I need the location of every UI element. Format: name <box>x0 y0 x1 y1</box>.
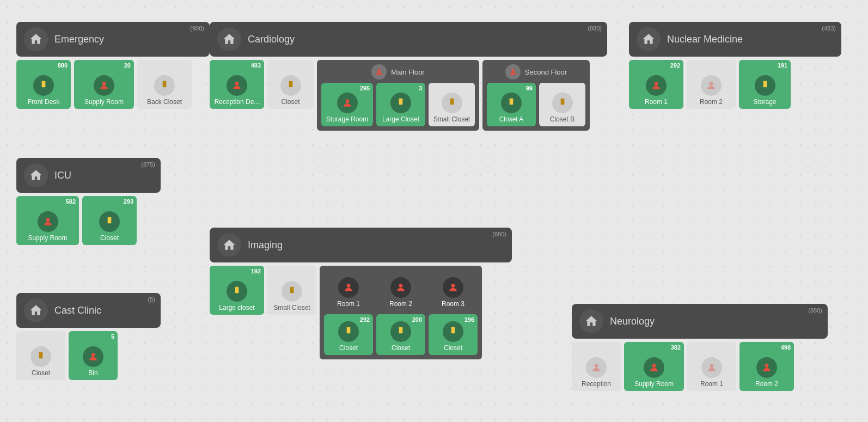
room-neu-room1[interactable]: Room 1 <box>687 342 736 391</box>
svg-rect-10 <box>399 98 403 105</box>
svg-point-32 <box>451 284 455 288</box>
neurology-dept-code: (880) <box>808 307 822 314</box>
reception-cardi-label: Reception De... <box>215 98 260 106</box>
svg-point-8 <box>378 69 381 72</box>
svg-point-42 <box>595 364 598 368</box>
dept-cardiology-header[interactable]: Cardiology (880) <box>210 22 607 57</box>
cardiology-dept-code: (880) <box>588 25 602 32</box>
room-cc-closet[interactable]: Closet <box>16 331 65 380</box>
room-neu-room2[interactable]: 498 Room 2 <box>739 342 794 391</box>
room-img-room2[interactable]: Room 2 <box>376 270 425 311</box>
svg-rect-28 <box>290 286 294 293</box>
icu-rooms: 582 Supply Room 293 Closet <box>16 196 161 245</box>
room-closet-b[interactable]: Closet B <box>539 83 585 126</box>
front-desk-count: 880 <box>58 62 68 69</box>
icu-dept-code: (875) <box>141 161 155 168</box>
room-nm-room2[interactable]: Room 2 <box>687 60 736 109</box>
back-closet-label: Back Closet <box>147 98 182 106</box>
main-floor-rooms: 295 Storage Room 3 Large Closet <box>321 83 475 126</box>
room-img-small-closet[interactable]: Small Closet <box>267 266 316 315</box>
room-img-closet2[interactable]: 200 Closet <box>376 314 425 355</box>
cast-clinic-dept-code: (5) <box>148 296 155 303</box>
supply-emergency-count: 20 <box>124 62 131 69</box>
svg-point-44 <box>710 364 714 368</box>
imaging-rooms-panel: Room 1 Room 2 Room 3 <box>320 266 482 359</box>
dept-cast-clinic: Cast Clinic (5) Closet 5 Bin <box>16 293 161 380</box>
imaging-dept-name: Imaging <box>248 240 283 251</box>
room-supply-emergency[interactable]: 20 Supply Room <box>74 60 134 109</box>
supply-emergency-icon <box>94 75 114 96</box>
room-icu-closet[interactable]: 293 Closet <box>82 196 137 245</box>
svg-point-30 <box>347 284 351 288</box>
svg-point-23 <box>46 218 50 222</box>
dept-neurology-header[interactable]: Neurology (880) <box>572 304 828 339</box>
room-storage-main[interactable]: 295 Storage Room <box>321 83 373 126</box>
back-closet-icon <box>154 75 175 96</box>
svg-rect-33 <box>347 327 351 333</box>
room-reception-cardi[interactable]: 483 Reception De... <box>210 60 264 109</box>
second-floor-panel: Second Floor 99 Closet A Closet <box>482 60 590 131</box>
svg-point-2 <box>102 82 106 85</box>
dept-cast-clinic-header[interactable]: Cast Clinic (5) <box>16 293 161 328</box>
svg-rect-36 <box>400 329 401 330</box>
svg-rect-3 <box>163 81 167 87</box>
room-icu-supply[interactable]: 582 Supply Room <box>16 196 79 245</box>
svg-rect-39 <box>39 352 43 358</box>
neurology-dept-icon <box>579 309 603 333</box>
svg-rect-35 <box>399 327 403 333</box>
imaging-dept-icon <box>217 233 241 257</box>
cast-clinic-dept-name: Cast Clinic <box>54 305 101 316</box>
svg-point-45 <box>765 364 769 368</box>
cardiology-dept-name: Cardiology <box>248 34 295 45</box>
svg-point-20 <box>710 82 713 85</box>
svg-rect-24 <box>108 217 112 223</box>
room-large-closet-main[interactable]: 3 Large Closet <box>376 83 425 126</box>
nuclear-rooms: 292 Room 1 Room 2 191 Storage <box>629 60 841 109</box>
dept-imaging-header[interactable]: Imaging (880) <box>210 228 512 262</box>
room-small-closet-main[interactable]: Small Closet <box>429 83 475 126</box>
room-nm-room1[interactable]: 292 Room 1 <box>629 60 683 109</box>
dashboard: Emergency (900) 880 Front Desk 20 Supply… <box>0 0 868 422</box>
svg-rect-40 <box>40 354 41 355</box>
emergency-dept-name: Emergency <box>54 34 104 45</box>
emergency-dept-icon <box>24 27 48 51</box>
room-img-closet1[interactable]: 292 Closet <box>324 314 373 355</box>
room-back-closet[interactable]: Back Closet <box>137 60 192 109</box>
svg-rect-18 <box>561 100 563 101</box>
room-nm-storage[interactable]: 191 Storage <box>739 60 791 109</box>
imaging-dept-code: (880) <box>492 231 506 237</box>
room-neu-reception[interactable]: Reception <box>572 342 621 391</box>
room-img-room3[interactable]: Room 3 <box>429 270 478 311</box>
room-img-closet3[interactable]: 196 Closet <box>429 314 478 355</box>
svg-rect-1 <box>42 83 44 84</box>
room-front-desk[interactable]: 880 Front Desk <box>16 60 71 109</box>
second-floor-header: Second Floor <box>487 64 585 79</box>
svg-rect-0 <box>42 81 46 87</box>
room-img-large-closet[interactable]: 192 Large closet <box>210 266 264 315</box>
svg-rect-6 <box>289 81 292 87</box>
svg-rect-4 <box>163 83 165 84</box>
dept-nuclear-header[interactable]: Nuclear Medicine (483) <box>629 22 841 57</box>
dept-nuclear-medicine: Nuclear Medicine (483) 292 Room 1 Room 2… <box>629 22 841 109</box>
room-closet-cardi[interactable]: Closet <box>267 60 314 109</box>
cardiology-dept-icon <box>217 27 241 51</box>
room-neu-supply[interactable]: 382 Supply Room <box>624 342 684 391</box>
main-floor-header: Main Floor <box>321 64 475 79</box>
nuclear-dept-code: (483) <box>822 25 836 32</box>
front-desk-icon <box>33 75 54 96</box>
dept-cardiology: Cardiology (880) 483 Reception De... Clo… <box>210 22 607 131</box>
svg-rect-7 <box>290 83 291 84</box>
svg-rect-11 <box>400 100 401 101</box>
dept-imaging: Imaging (880) 192 Large closet Small Clo… <box>210 228 512 359</box>
svg-rect-34 <box>347 329 349 330</box>
imaging-rooms-row: Room 1 Room 2 Room 3 <box>324 270 478 311</box>
room-img-room1[interactable]: Room 1 <box>324 270 373 311</box>
dept-emergency-header[interactable]: Emergency (900) <box>16 22 210 57</box>
svg-rect-29 <box>291 289 292 290</box>
room-closet-a[interactable]: 99 Closet A <box>487 83 536 126</box>
nuclear-dept-icon <box>637 27 661 51</box>
main-floor-panel: Main Floor 295 Storage Room 3 <box>317 60 479 131</box>
room-cc-bin[interactable]: 5 Bin <box>69 331 118 380</box>
svg-rect-25 <box>108 219 110 220</box>
dept-icu-header[interactable]: ICU (875) <box>16 158 161 193</box>
